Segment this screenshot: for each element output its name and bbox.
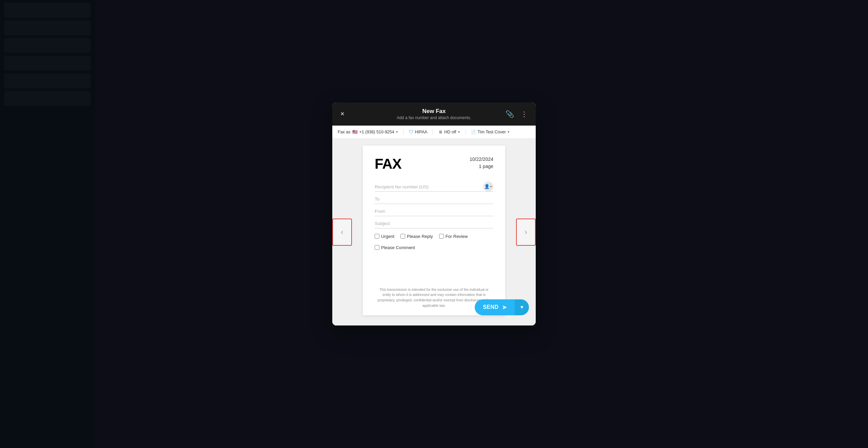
modal-toolbar: Fax as 🇺🇸 +1 (938) 510-9254 ▾ 🛡 HIPAA 🖥 … — [332, 126, 536, 139]
to-input[interactable] — [375, 194, 493, 204]
subject-input[interactable] — [375, 218, 493, 228]
cover-page-icon: 📄 — [471, 130, 476, 134]
fax-date: 10/22/2024 — [470, 156, 493, 163]
urgent-label: Urgent — [381, 234, 394, 239]
subject-field — [375, 218, 493, 228]
hd-icon: 🖥 — [438, 130, 442, 134]
please-comment-label: Please Comment — [381, 245, 415, 250]
urgent-checkbox-item[interactable]: Urgent — [375, 234, 394, 239]
to-field — [375, 194, 493, 204]
please-reply-checkbox-item[interactable]: Please Reply — [400, 234, 433, 239]
close-button[interactable]: × — [339, 109, 346, 119]
send-arrow-icon: ➤ — [502, 304, 507, 311]
hipaa-shield-icon: 🛡 — [409, 129, 413, 134]
fax-number-dropdown-icon: ▾ — [396, 130, 398, 134]
toolbar-divider-2 — [433, 129, 433, 135]
hd-label: HD off — [444, 130, 456, 134]
please-comment-checkbox-item[interactable]: Please Comment — [375, 245, 415, 250]
toolbar-divider-1 — [403, 129, 403, 135]
please-reply-label: Please Reply — [407, 234, 433, 239]
for-review-checkbox-item[interactable]: For Review — [439, 234, 468, 239]
fax-document: FAX 10/22/2024 1 page 👤+ — [363, 146, 505, 315]
modal-overlay: × New Fax Add a fax number and attach do… — [0, 0, 868, 448]
prev-arrow-icon: ‹ — [341, 228, 343, 237]
send-dropdown-button[interactable]: ▼ — [515, 299, 529, 315]
send-dropdown-icon: ▼ — [519, 304, 524, 310]
contact-picker-button[interactable]: 👤+ — [483, 182, 493, 192]
fax-number: +1 (938) 510-9254 — [359, 130, 394, 134]
fax-date-info: 10/22/2024 1 page — [470, 156, 493, 170]
toolbar-divider-3 — [465, 129, 466, 135]
prev-page-button[interactable]: ‹ — [332, 219, 352, 246]
fax-checkboxes: Urgent Please Reply For Review Please Co… — [375, 234, 493, 250]
fax-document-header: FAX 10/22/2024 1 page — [375, 156, 493, 172]
cover-dropdown-icon: ▾ — [508, 130, 509, 134]
cover-label: Tim Test Cover — [478, 130, 506, 134]
hipaa-label: HIPAA — [415, 130, 428, 134]
send-button-container: SEND ➤ ▼ — [475, 299, 529, 315]
from-input[interactable] — [375, 206, 493, 216]
modal-title: New Fax — [397, 108, 471, 115]
modal-header-actions: 📎 ⋮ — [504, 109, 529, 119]
hipaa-selector[interactable]: 🛡 HIPAA — [409, 129, 428, 134]
send-label: SEND — [483, 304, 498, 310]
please-comment-checkbox[interactable] — [375, 245, 379, 250]
for-review-label: For Review — [446, 234, 468, 239]
modal-subtitle: Add a fax number and attach documents. — [397, 115, 471, 120]
modal-header: × New Fax Add a fax number and attach do… — [332, 102, 536, 126]
next-page-button[interactable]: › — [516, 219, 536, 246]
next-arrow-icon: › — [525, 228, 527, 237]
modal-header-center: New Fax Add a fax number and attach docu… — [397, 108, 471, 120]
urgent-checkbox[interactable] — [375, 234, 379, 239]
flag-icon: 🇺🇸 — [352, 129, 358, 134]
recipient-fax-input[interactable] — [375, 182, 493, 192]
fax-as-label: Fax as — [338, 130, 351, 134]
fax-page-count: 1 page — [470, 163, 493, 170]
please-reply-checkbox[interactable] — [400, 234, 405, 239]
for-review-checkbox[interactable] — [439, 234, 444, 239]
hd-dropdown-icon: ▾ — [458, 130, 460, 134]
cover-selector[interactable]: 📄 Tim Test Cover ▾ — [471, 130, 509, 134]
attachment-button[interactable]: 📎 — [504, 109, 515, 119]
modal-body: ‹ FAX 10/22/2024 1 page 👤+ — [332, 139, 536, 325]
send-button[interactable]: SEND ➤ — [475, 299, 515, 315]
new-fax-modal: × New Fax Add a fax number and attach do… — [332, 102, 536, 325]
recipient-fax-field: 👤+ — [375, 182, 493, 192]
hd-selector[interactable]: 🖥 HD off ▾ — [438, 130, 459, 134]
fax-title: FAX — [375, 156, 401, 172]
send-btn-group: SEND ➤ ▼ — [475, 299, 529, 315]
more-options-button[interactable]: ⋮ — [519, 109, 529, 119]
from-field — [375, 206, 493, 216]
fax-as-selector[interactable]: Fax as 🇺🇸 +1 (938) 510-9254 ▾ — [338, 129, 398, 134]
